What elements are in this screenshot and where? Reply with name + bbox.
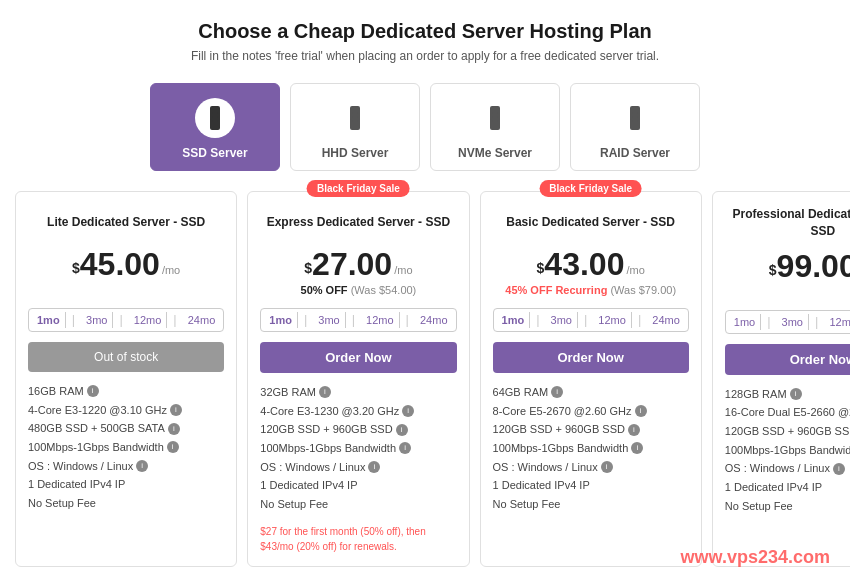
order-now-button[interactable]: Order Now [260,342,456,373]
server-tab-nvme[interactable]: NVMe Server [430,83,560,171]
ipv4-info: 1 Dedicated IPv4 IP [28,475,224,494]
duration-tab-24mo[interactable]: 24mo [183,312,221,328]
ipv4-info: 1 Dedicated IPv4 IP [725,478,850,497]
info-icon: i [635,405,647,417]
ipv4-info: 1 Dedicated IPv4 IP [493,476,689,495]
plan-name: Professional Dedicated Server - SSD [725,206,850,240]
spec-item: 100Mbps-1Gbps Bandwidth i [493,439,689,458]
spec-item: 16GB RAM i [28,382,224,401]
price-amount: 27.00 [312,248,392,280]
order-now-button[interactable]: Order Now [725,344,850,375]
price-mo: /mo [162,264,180,276]
setup-fee: No Setup Fee [28,494,224,513]
duration-tab-3mo[interactable]: 3mo [313,312,345,328]
price-amount: 43.00 [544,248,624,280]
duration-tab-12mo[interactable]: 12mo [361,312,400,328]
page-title: Choose a Cheap Dedicated Server Hosting … [15,20,835,43]
svg-rect-3 [212,120,218,122]
price-amount: 99.00 [777,250,850,282]
plans-grid: Lite Dedicated Server - SSD $ 45.00 /mo … [15,191,835,567]
duration-tabs: 1mo|3mo|12mo|24mo [493,308,689,332]
spec-item: 4-Core E3-1230 @3.20 GHz i [260,402,456,421]
setup-fee: No Setup Fee [725,497,850,516]
duration-tab-3mo[interactable]: 3mo [81,312,113,328]
os-info: OS : Windows / Linux i [725,459,850,478]
svg-rect-5 [352,112,358,114]
duration-tab-12mo[interactable]: 12mo [129,312,168,328]
info-icon: i [167,441,179,453]
spec-item: 100Mbps-1Gbps Bandwidth i [28,438,224,457]
info-icon: i [790,388,802,400]
duration-tab-1mo[interactable]: 1mo [32,312,66,328]
spec-item: 8-Core E5-2670 @2.60 GHz i [493,402,689,421]
svg-rect-2 [212,116,218,118]
info-icon: i [170,404,182,416]
order-now-button[interactable]: Order Now [493,342,689,373]
svg-rect-7 [352,120,358,122]
spec-item: 120GB SSD + 960GB SSD i [260,420,456,439]
info-icon: i [396,424,408,436]
svg-rect-10 [492,116,498,118]
nvme-tab-label: NVMe Server [458,146,532,160]
specs: 128GB RAM i16-Core Dual E5-2660 @2.20 GH… [725,385,850,516]
svg-rect-11 [492,120,498,122]
setup-fee: No Setup Fee [493,495,689,514]
server-tab-ssd[interactable]: SSD Server [150,83,280,171]
spec-item: 16-Core Dual E5-2660 @2.20 GHz i [725,403,850,422]
plan-name: Express Dedicated Server - SSD [260,206,456,238]
os-info-icon: i [601,461,613,473]
price-dollar: $ [304,260,312,276]
specs: 32GB RAM i4-Core E3-1230 @3.20 GHz i120G… [260,383,456,514]
discount-text: 45% OFF Recurring [505,284,607,296]
svg-rect-14 [632,116,638,118]
duration-tab-3mo[interactable]: 3mo [777,314,809,330]
info-icon: i [551,386,563,398]
spec-item: 100Mbps-1Gbps Bandwidth i [260,439,456,458]
hhd-tab-icon [335,98,375,138]
duration-tab-12mo[interactable]: 12mo [593,312,632,328]
duration-tab-24mo[interactable]: 24mo [647,312,685,328]
svg-rect-6 [352,116,358,118]
discount-text: 50% OFF [301,284,348,296]
watermark: www.vps234.com [681,547,830,568]
ipv4-info: 1 Dedicated IPv4 IP [260,476,456,495]
os-info-icon: i [136,460,148,472]
duration-tab-1mo[interactable]: 1mo [729,314,761,330]
duration-tab-3mo[interactable]: 3mo [546,312,578,328]
svg-rect-15 [632,120,638,122]
price-dollar: $ [72,260,80,276]
price-dollar: $ [769,262,777,278]
plan-card-3: Professional Dedicated Server - SSD $ 99… [712,191,850,567]
specs: 64GB RAM i8-Core E5-2670 @2.60 GHz i120G… [493,383,689,514]
raid-tab-label: RAID Server [600,146,670,160]
duration-tab-24mo[interactable]: 24mo [415,312,453,328]
duration-tab-1mo[interactable]: 1mo [497,312,531,328]
info-icon: i [168,423,180,435]
promo-note: $27 for the first month (50% off), then … [260,524,456,554]
plan-name: Basic Dedicated Server - SSD [493,206,689,238]
os-info-icon: i [833,463,845,475]
os-info: OS : Windows / Linux i [493,458,689,477]
duration-tab-12mo[interactable]: 12mo [824,314,850,330]
duration-tabs: 1mo|3mo|12mo|24mo [725,310,850,334]
ssd-tab-label: SSD Server [182,146,247,160]
nvme-tab-icon [475,98,515,138]
server-tab-hhd[interactable]: HHD Server [290,83,420,171]
raid-tab-icon [615,98,655,138]
server-tab-raid[interactable]: RAID Server [570,83,700,171]
spec-item: 128GB RAM i [725,385,850,404]
spec-item: 480GB SSD + 500GB SATA i [28,419,224,438]
svg-rect-13 [632,112,638,114]
os-info-icon: i [368,461,380,473]
os-info: OS : Windows / Linux i [260,458,456,477]
price-dollar: $ [537,260,545,276]
duration-tab-1mo[interactable]: 1mo [264,312,298,328]
setup-fee: No Setup Fee [260,495,456,514]
os-info: OS : Windows / Linux i [28,457,224,476]
svg-rect-9 [492,112,498,114]
spec-item: 120GB SSD + 960GB SSD i [493,420,689,439]
price-mo: /mo [626,264,644,276]
page-subtitle: Fill in the notes 'free trial' when plac… [15,49,835,63]
was-price: (Was $79.00) [610,284,676,296]
spec-item: 32GB RAM i [260,383,456,402]
